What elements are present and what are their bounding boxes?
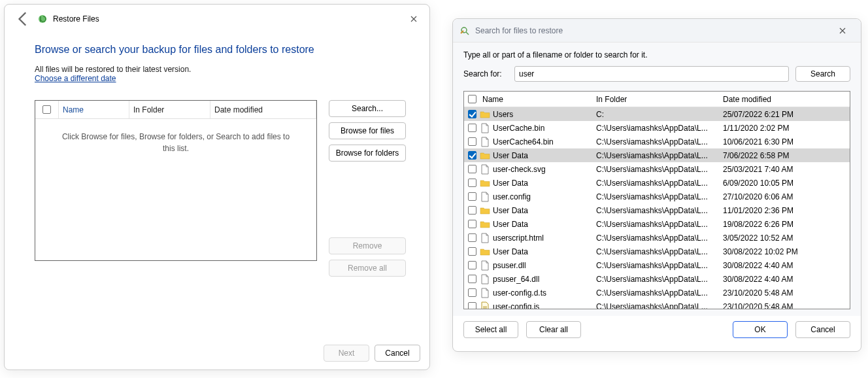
row-checkbox[interactable] [468,206,476,215]
row-checkbox-cell[interactable] [464,247,480,256]
column-date[interactable]: Date modified [210,101,316,118]
row-name: user-check.svg [480,164,596,175]
file-icon [480,233,490,243]
row-checkbox[interactable] [468,220,476,228]
table-row[interactable]: User DataC:\Users\iamashks\AppData\L...7… [464,148,850,162]
row-date: 25/03/2021 7:40 AM [723,165,847,174]
column-folder[interactable]: In Folder [129,101,210,118]
row-checkbox[interactable] [468,261,476,269]
clear-all-button[interactable]: Clear all [526,321,581,338]
table-row[interactable]: User DataC:\Users\iamashks\AppData\L...3… [464,245,850,258]
close-button[interactable] [405,10,423,28]
select-all-checkbox[interactable] [468,95,476,103]
row-checkbox-cell[interactable] [464,124,480,132]
row-name: userscript.html [480,233,596,243]
table-row[interactable]: userscript.htmlC:\Users\iamashks\AppData… [464,231,850,245]
row-checkbox-cell[interactable] [464,302,480,309]
column-date[interactable]: Date modified [723,95,850,104]
titlebar: Search for files to restore [453,19,861,43]
table-row[interactable]: user-check.svgC:\Users\iamashks\AppData\… [464,162,850,176]
row-date: 11/01/2020 2:36 PM [723,206,847,215]
row-checkbox-cell[interactable] [464,261,480,269]
row-checkbox[interactable] [468,192,476,201]
row-checkbox-cell[interactable] [464,165,480,173]
row-checkbox[interactable] [468,110,476,118]
row-name: User Data [480,205,596,216]
table-row[interactable]: UserCache.binC:\Users\iamashks\AppData\L… [464,121,850,135]
row-checkbox-cell[interactable] [464,206,480,215]
row-checkbox-cell[interactable] [464,288,480,297]
file-icon [480,137,490,147]
table-row[interactable]: user-config.jsC:\Users\iamashks\AppData\… [464,300,850,309]
row-checkbox[interactable] [468,233,476,242]
column-folder[interactable]: In Folder [596,95,723,104]
table-row[interactable]: psuser.dllC:\Users\iamashks\AppData\L...… [464,258,850,272]
back-button[interactable] [15,10,32,27]
table-row[interactable]: user.configC:\Users\iamashks\AppData\L..… [464,190,850,203]
table-row[interactable]: User DataC:\Users\iamashks\AppData\L...1… [464,203,850,217]
row-checkbox-cell[interactable] [464,137,480,146]
header-checkbox-cell[interactable] [35,101,59,118]
file-icon [480,164,490,175]
row-name: psuser_64.dll [480,274,596,284]
row-checkbox[interactable] [468,151,476,160]
browse-files-button[interactable]: Browse for files [329,122,406,139]
row-date: 23/10/2020 5:48 AM [723,302,847,309]
folder-icon [480,219,490,230]
row-name: User Data [480,150,596,161]
row-date: 23/10/2020 5:48 AM [723,288,847,298]
row-date: 1/11/2020 2:02 PM [723,124,847,133]
row-checkbox-cell[interactable] [464,110,480,118]
row-name: user.config [480,192,596,202]
cancel-button[interactable]: Cancel [375,345,420,362]
row-checkbox-cell[interactable] [464,179,480,187]
search-button[interactable]: Search [795,66,850,82]
browse-folders-button[interactable]: Browse for folders [329,145,406,162]
table-row[interactable]: UserCache64.binC:\Users\iamashks\AppData… [464,135,850,148]
row-checkbox[interactable] [468,302,476,309]
results-body[interactable]: UsersC:25/07/2022 6:21 PMUserCache.binC:… [464,107,850,309]
row-date: 25/07/2022 6:21 PM [723,110,847,119]
row-checkbox[interactable] [468,288,476,297]
row-checkbox[interactable] [468,179,476,187]
row-checkbox-cell[interactable] [464,151,480,160]
table-row[interactable]: psuser_64.dllC:\Users\iamashks\AppData\L… [464,272,850,286]
row-date: 7/06/2022 6:58 PM [723,151,847,160]
instructions: Type all or part of a filename or folder… [463,50,850,60]
close-button[interactable] [833,22,852,40]
row-folder: C:\Users\iamashks\AppData\L... [596,179,723,188]
search-files-window: Search for files to restore Type all or … [452,18,861,352]
row-checkbox-cell[interactable] [464,233,480,242]
row-checkbox[interactable] [468,275,476,283]
row-checkbox-cell[interactable] [464,192,480,201]
folder-icon [480,205,490,216]
cancel-button[interactable]: Cancel [795,321,850,338]
row-name: UserCache.bin [480,123,596,133]
row-folder: C:\Users\iamashks\AppData\L... [596,247,723,256]
search-input[interactable] [514,66,789,82]
select-all-checkbox[interactable] [42,105,51,114]
table-row[interactable]: User DataC:\Users\iamashks\AppData\L...6… [464,176,850,190]
row-checkbox-cell[interactable] [464,275,480,283]
row-folder: C:\Users\iamashks\AppData\L... [596,275,723,284]
row-checkbox[interactable] [468,124,476,132]
search-button[interactable]: Search... [329,100,406,117]
column-name[interactable]: Name [480,95,596,104]
choose-date-link[interactable]: Choose a different date [35,74,116,83]
header-checkbox-cell[interactable] [464,95,480,103]
titlebar: Restore Files [5,5,429,33]
row-checkbox[interactable] [468,247,476,256]
remove-all-button: Remove all [329,260,406,277]
folder-icon [480,247,490,257]
column-name[interactable]: Name [59,101,129,118]
row-checkbox[interactable] [468,137,476,146]
table-row[interactable]: User DataC:\Users\iamashks\AppData\L...1… [464,217,850,231]
table-row[interactable]: UsersC:25/07/2022 6:21 PM [464,107,850,121]
ok-button[interactable]: OK [733,321,788,338]
results-table: Name In Folder Date modified UsersC:25/0… [463,91,850,309]
select-all-button[interactable]: Select all [463,321,518,338]
table-row[interactable]: user-config.d.tsC:\Users\iamashks\AppDat… [464,286,850,300]
search-label: Search for: [463,69,508,78]
row-checkbox-cell[interactable] [464,220,480,228]
row-checkbox[interactable] [468,165,476,173]
